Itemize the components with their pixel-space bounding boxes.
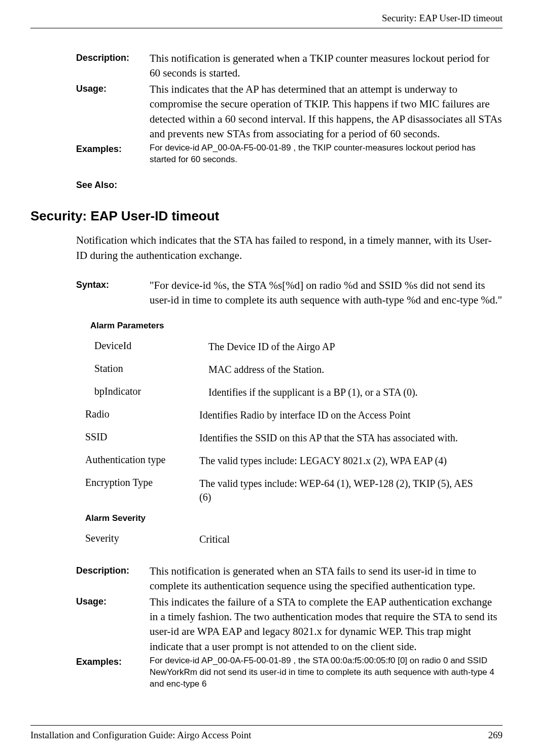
param-desc: Identifies Radio by interface ID on the … [199,408,503,422]
param-row: Encryption Type The valid types include:… [85,477,503,504]
description-label: Description: [76,51,150,81]
description-row: Description: This notification is genera… [76,564,503,594]
severity-value: Critical [199,533,503,546]
examples-row: Examples: For device-id AP_00-0A-F5-00-0… [76,142,503,166]
param-name: Encryption Type [85,477,199,504]
param-name: Radio [85,408,199,422]
syntax-row: Syntax: "For device-id %s, the STA %s[%d… [76,278,503,308]
see-also-label: See Also: [76,180,503,191]
page-footer: Installation and Configuration Guide: Ai… [30,725,503,741]
syntax-text: "For device-id %s, the STA %s[%d] on rad… [150,278,503,308]
param-desc: Identifies the SSID on this AP that the … [199,431,503,445]
examples-row: Examples: For device-id AP_00-0A-F5-00-0… [76,655,503,690]
param-name: bpIndicator [94,386,208,399]
param-name: SSID [85,431,199,445]
syntax-block: Syntax: "For device-id %s, the STA %s[%d… [76,278,503,308]
section-heading: Security: EAP User-ID timeout [30,208,503,224]
definition-block-1: Description: This notification is genera… [76,51,503,166]
alarm-parameters-heading: Alarm Parameters [90,321,503,331]
severity-row: Severity Critical [85,533,503,546]
examples-label: Examples: [76,142,150,166]
alarm-severity-heading: Alarm Severity [85,513,503,523]
usage-row: Usage: This indicates the failure of a S… [76,595,503,655]
param-desc: The valid types include: WEP-64 (1), WEP… [199,477,503,504]
examples-text: For device-id AP_00-0A-F5-00-01-89 , the… [150,142,503,166]
usage-label: Usage: [76,82,150,142]
param-row: DeviceId The Device ID of the Airgo AP [90,340,503,354]
description-label: Description: [76,564,150,594]
param-row: bpIndicator Identifies if the supplicant… [90,386,503,399]
syntax-label: Syntax: [76,278,150,308]
usage-label: Usage: [76,595,150,655]
definition-block-2: Description: This notification is genera… [76,564,503,690]
param-desc: Identifies if the supplicant is a BP (1)… [208,386,503,399]
alarm-parameters-block: Alarm Parameters DeviceId The Device ID … [90,321,503,546]
param-desc: The Device ID of the Airgo AP [208,340,503,354]
footer-left: Installation and Configuration Guide: Ai… [30,730,252,741]
description-row: Description: This notification is genera… [76,51,503,81]
section-intro: Notification which indicates that the ST… [76,233,503,263]
page-number: 269 [488,730,503,741]
param-name: DeviceId [94,340,208,354]
usage-text: This indicates the failure of a STA to c… [150,595,503,655]
param-row: Station MAC address of the Station. [90,363,503,376]
param-row: Radio Identifies Radio by interface ID o… [85,408,503,422]
param-desc: The valid types include: LEGACY 8021.x (… [199,454,503,468]
param-desc: MAC address of the Station. [208,363,503,376]
running-header: Security: EAP User-ID timeout [30,13,503,28]
description-text: This notification is generated when an S… [150,564,503,594]
param-name: Authentication type [85,454,199,468]
usage-text: This indicates that the AP has determine… [150,82,503,142]
description-text: This notification is generated when a TK… [150,51,503,81]
examples-label: Examples: [76,655,150,690]
examples-text: For device-id AP_00-0A-F5-00-01-89 , the… [150,655,503,690]
param-name: Station [94,363,208,376]
severity-name: Severity [85,533,199,546]
param-row: SSID Identifies the SSID on this AP that… [85,431,503,445]
usage-row: Usage: This indicates that the AP has de… [76,82,503,142]
param-row: Authentication type The valid types incl… [85,454,503,468]
